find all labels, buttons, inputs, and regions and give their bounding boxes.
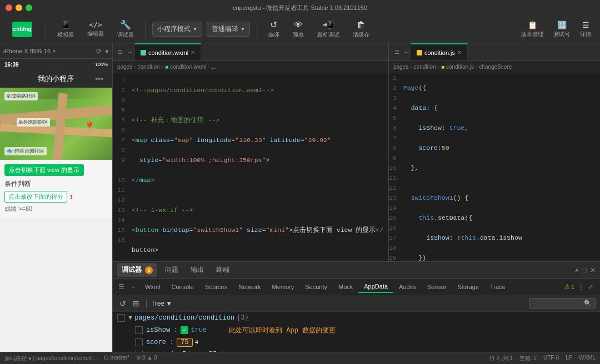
js-breadcrumb: pages › condition › ■ condition.js › cha… bbox=[389, 61, 600, 73]
js-sidebar-toggle[interactable]: ☰ bbox=[391, 43, 402, 60]
version-icon: 📋 bbox=[528, 21, 537, 29]
tab-security[interactable]: Security bbox=[299, 281, 333, 292]
compile-dropdown[interactable]: 普通编译 ▼ bbox=[207, 22, 250, 37]
logo-area: cnblng bbox=[6, 22, 39, 37]
devtools-back[interactable]: ← bbox=[128, 283, 139, 291]
test-number-button[interactable]: 🔢 测试号 bbox=[550, 21, 573, 38]
editor-back[interactable]: ← bbox=[126, 43, 135, 60]
editor-button[interactable]: </> 编辑器 bbox=[83, 21, 108, 38]
close-panel-icon[interactable]: ✕ bbox=[590, 266, 596, 274]
wxml-code-area: 12345 6789 1011121314 1516 <!--pages/con… bbox=[113, 73, 388, 261]
phone-toolbar-icons: ⟳ ● bbox=[96, 47, 109, 55]
maximize-button[interactable] bbox=[26, 4, 32, 11]
tab-audits[interactable]: Audits bbox=[393, 281, 422, 292]
editor-sidebar-toggle[interactable]: ☰ bbox=[115, 43, 126, 60]
tree-label: Tree bbox=[151, 300, 164, 307]
test-icon: 🔢 bbox=[557, 21, 567, 29]
checkbox-score[interactable] bbox=[135, 338, 143, 346]
appdata-toolbar: ↺ ⊞ Tree ▼ 🔍 bbox=[113, 295, 600, 312]
phone-status-bar: 16:39 100% bbox=[0, 59, 112, 70]
mode-dropdown[interactable]: 小程序模式 ▼ bbox=[152, 22, 202, 37]
phone-time: 16:39 bbox=[4, 62, 19, 68]
devtools-menu[interactable]: ☰ bbox=[115, 283, 128, 291]
maximize-panel-icon[interactable]: □ bbox=[583, 266, 587, 274]
data-row-isshow: isShow : ✓ true 此处可以即时看到 App 数据的变更 bbox=[113, 324, 600, 336]
details-button[interactable]: ☰ 详情 bbox=[577, 21, 594, 38]
test-label: 测试号 bbox=[553, 31, 570, 38]
real-debug-button[interactable]: 📲 真机调试 bbox=[313, 19, 344, 39]
phone-content-area: 点击切换下面 view 的显示 条件判断 点击修改下面的得分 1 成绩 >=60 bbox=[0, 160, 112, 218]
breadcrumb-wxml: condition.wxml bbox=[170, 64, 207, 70]
map-poi-icon: 📍 bbox=[83, 121, 96, 133]
change-score-btn[interactable]: 点击修改下面的得分 bbox=[4, 191, 67, 203]
version-mgmt-button[interactable]: 📋 版本管理 bbox=[518, 21, 547, 38]
appdata-search[interactable]: 🔍 bbox=[529, 298, 596, 309]
tab-sources[interactable]: Sources bbox=[199, 281, 233, 292]
details-label: 详情 bbox=[580, 31, 591, 38]
devtools-more[interactable]: ⋮ bbox=[578, 283, 584, 291]
debugger-button[interactable]: 🔧 调试器 bbox=[113, 19, 138, 39]
tab-console[interactable]: Console bbox=[166, 281, 199, 292]
debug-icon: 🔧 bbox=[120, 19, 131, 30]
debugger-badge: 2 bbox=[145, 266, 153, 274]
toggle-root[interactable]: ▼ bbox=[128, 314, 132, 322]
breadcrumb-wxml-icon: ■ bbox=[165, 64, 168, 70]
status-bar: 源码路径 ● | pages/condition/conditi... ☊ ma… bbox=[0, 352, 600, 364]
tab-output[interactable]: 输出 bbox=[186, 263, 208, 277]
clear-icon: 🗑 bbox=[357, 20, 366, 30]
tab-memory[interactable]: Memory bbox=[267, 281, 300, 292]
tab-sensor[interactable]: Sensor bbox=[422, 281, 452, 292]
tab-js-close[interactable]: ✕ bbox=[457, 49, 462, 55]
real-debug-icon: 📲 bbox=[323, 19, 334, 30]
status-left: 源码路径 ● | pages/condition/conditi... ☊ ma… bbox=[4, 355, 157, 362]
tab-js[interactable]: condition.js ✕ bbox=[411, 43, 468, 60]
switch-view-btn[interactable]: 点击切换下面 view 的显示 bbox=[4, 164, 84, 176]
close-button[interactable] bbox=[6, 4, 12, 11]
refresh-btn[interactable]: ↺ bbox=[117, 298, 128, 309]
tab-network[interactable]: Network bbox=[233, 281, 266, 292]
terminal-label: 终端 bbox=[216, 266, 229, 274]
status-right: 行 2, 列 1 空格: 2 UTF-8 LF WXML bbox=[489, 355, 596, 362]
tab-appdata[interactable]: AppData bbox=[358, 281, 393, 293]
tree-dropdown[interactable]: Tree ▼ bbox=[151, 300, 172, 307]
clear-cache-button[interactable]: 🗑 清缓存 bbox=[348, 20, 374, 39]
js-file-icon bbox=[417, 50, 422, 55]
collapse-icon[interactable]: ∧ bbox=[574, 266, 579, 274]
tree-arrow: ▼ bbox=[166, 300, 172, 307]
compile-button[interactable]: ↺ 编译 bbox=[264, 19, 284, 39]
tab-terminal[interactable]: 终端 bbox=[212, 263, 234, 277]
annotation-appdata: 此处可以即时看到 App 数据的变更 bbox=[229, 326, 336, 335]
window-title: cnpengstu - 微信开发者工具 Stable 1.03.2101150 bbox=[233, 4, 367, 12]
checkbox-root[interactable] bbox=[117, 314, 125, 322]
details-icon: ☰ bbox=[582, 21, 589, 29]
preview-button[interactable]: 👁 预览 bbox=[288, 20, 308, 39]
phone-icon: 📱 bbox=[60, 19, 71, 30]
js-back[interactable]: ← bbox=[402, 43, 411, 60]
status-spaces: 空格: 2 bbox=[519, 355, 537, 362]
separator-2 bbox=[145, 19, 146, 39]
tab-wxml-close[interactable]: ✕ bbox=[191, 49, 195, 55]
simulator-button[interactable]: 📱 模拟器 bbox=[53, 19, 78, 39]
tab-wxml-dev[interactable]: Wxml bbox=[139, 281, 166, 292]
checkbox-isshow[interactable] bbox=[135, 326, 143, 334]
tab-problems[interactable]: 问题 bbox=[161, 263, 183, 277]
breadcrumb-condition: condition bbox=[138, 64, 160, 70]
score-annotation-num: 4 bbox=[195, 339, 199, 346]
logo: cnblng bbox=[12, 22, 32, 37]
window-controls[interactable] bbox=[6, 4, 32, 11]
rotate-icon[interactable]: ⟳ bbox=[96, 47, 102, 55]
tab-mock[interactable]: Mock bbox=[333, 281, 358, 292]
tab-wxml[interactable]: condition.wxml ✕ bbox=[135, 43, 201, 60]
minimize-button[interactable] bbox=[16, 4, 22, 11]
expand-btn[interactable]: ⊞ bbox=[131, 298, 142, 309]
phone-screen: 16:39 100% 我的小程序 ••• 皇成南路社区 阜外医院院区 bbox=[0, 59, 112, 364]
tab-storage[interactable]: Storage bbox=[452, 281, 485, 292]
compile-label: 普通编译 bbox=[212, 24, 238, 34]
phone-size-label: iPhone X 85% 16 × bbox=[3, 48, 56, 54]
phone-map: 皇成南路社区 阜外医院院区 🐟 钓鱼台园社区 📍 bbox=[0, 88, 112, 160]
score-key: score bbox=[146, 338, 166, 346]
tab-trace[interactable]: Trace bbox=[484, 281, 511, 292]
devtools-popout[interactable]: ⤢ bbox=[588, 283, 593, 291]
js-breadcrumb-func: changeScore bbox=[479, 64, 512, 70]
tab-debugger[interactable]: 调试器 2 bbox=[117, 263, 157, 277]
